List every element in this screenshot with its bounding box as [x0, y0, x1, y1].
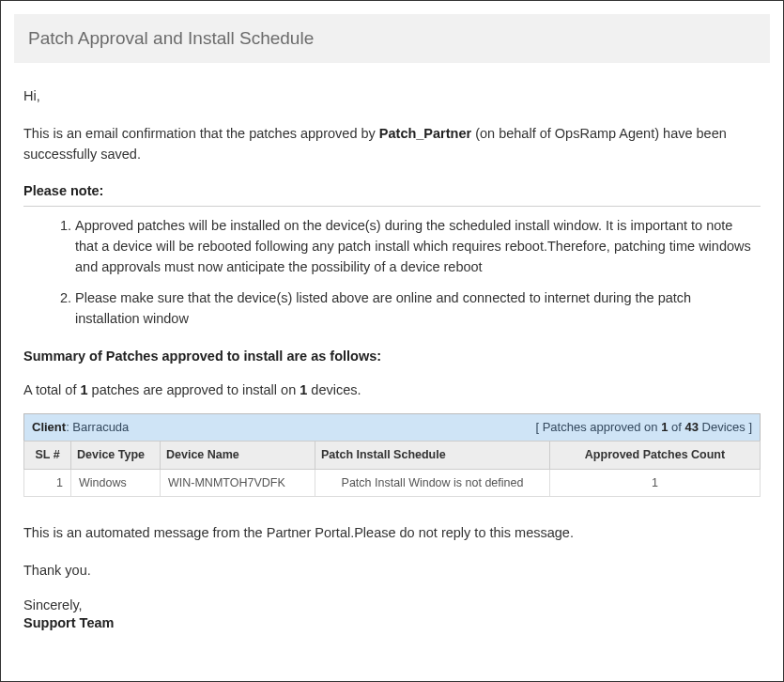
- table-body: 1 Windows WIN-MNMTOH7VDFK Patch Install …: [24, 469, 761, 497]
- patch-table: SL # Device Type Device Name Patch Insta…: [23, 441, 761, 498]
- automated-message: This is an automated message from the Pa…: [23, 523, 761, 544]
- approved-of: of: [668, 420, 684, 434]
- title-bar: Patch Approval and Install Schedule: [14, 14, 770, 63]
- sincerely: Sincerely,: [23, 597, 761, 615]
- td-count: 1: [550, 469, 761, 497]
- summary-label: Summary of Patches approved to install a…: [23, 347, 761, 367]
- page-border: Patch Approval and Install Schedule Hi, …: [0, 0, 784, 682]
- table-head: SL # Device Type Device Name Patch Insta…: [24, 441, 761, 469]
- summary-p2: patches are approved to install on: [88, 382, 300, 397]
- th-device-name: Device Name: [161, 441, 315, 469]
- signoff: Sincerely, Support Team: [23, 597, 761, 633]
- td-schedule: Patch Install Window is not defined: [315, 469, 550, 497]
- client-bar-right: [ Patches approved on 1 of 43 Devices ]: [535, 418, 752, 437]
- client-name: : Barracuda: [66, 420, 129, 434]
- please-note-label: Please note:: [23, 181, 761, 202]
- content: Hi, This is an email confirmation that t…: [14, 63, 770, 633]
- intro-paragraph: This is an email confirmation that the p…: [23, 124, 761, 165]
- greeting: Hi,: [23, 86, 761, 107]
- approved-n2: 43: [684, 420, 698, 434]
- td-device-type: Windows: [71, 469, 161, 497]
- separator: [23, 206, 761, 207]
- summary-text: A total of 1 patches are approved to ins…: [23, 380, 761, 401]
- table-header-row: SL # Device Type Device Name Patch Insta…: [24, 441, 761, 469]
- th-sl: SL #: [24, 441, 71, 469]
- support-team: Support Team: [23, 614, 761, 633]
- td-sl: 1: [24, 469, 71, 497]
- approved-suffix: Devices ]: [699, 420, 752, 434]
- summary-p1: A total of: [23, 382, 80, 397]
- approved-on-prefix: [ Patches approved on: [535, 420, 661, 434]
- client-label: Client: [32, 420, 66, 434]
- td-device-name: WIN-MNMTOH7VDFK: [161, 469, 315, 497]
- client-bar-left: Client: Barracuda: [32, 418, 129, 437]
- intro-prefix: This is an email confirmation that the p…: [23, 126, 379, 141]
- th-schedule: Patch Install Schedule: [315, 441, 550, 469]
- client-bar: Client: Barracuda [ Patches approved on …: [23, 413, 761, 441]
- partner-name: Patch_Partner: [379, 126, 471, 141]
- page-title: Patch Approval and Install Schedule: [28, 28, 314, 48]
- th-device-type: Device Type: [71, 441, 161, 469]
- note-item: Please make sure that the device(s) list…: [75, 288, 751, 330]
- notes-list: Approved patches will be installed on th…: [75, 216, 761, 330]
- patches-count: 1: [80, 382, 87, 397]
- table-row: 1 Windows WIN-MNMTOH7VDFK Patch Install …: [24, 469, 761, 497]
- th-count: Approved Patches Count: [550, 441, 761, 469]
- summary-p3: devices.: [307, 382, 361, 397]
- thankyou: Thank you.: [23, 561, 761, 581]
- note-item: Approved patches will be installed on th…: [75, 216, 751, 277]
